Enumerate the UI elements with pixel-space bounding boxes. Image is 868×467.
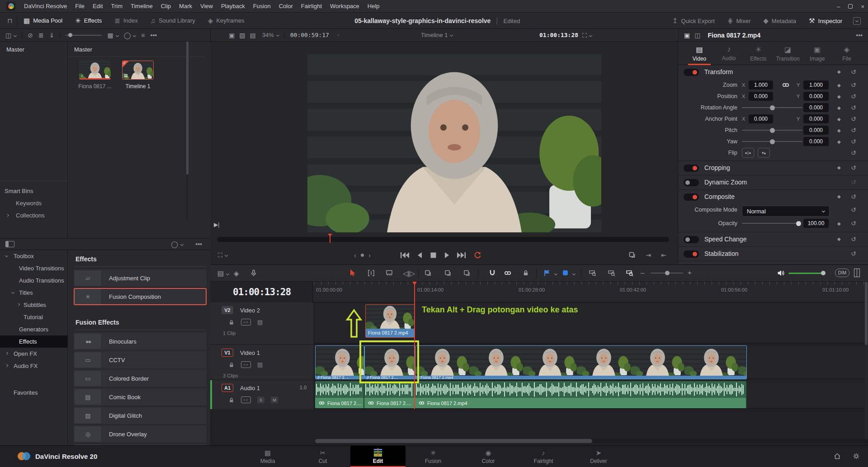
reset-icon[interactable]: ↺: [851, 127, 856, 134]
track-lock-icon[interactable]: [228, 362, 235, 368]
effect-item[interactable]: CCTV: [74, 351, 207, 368]
track-badge-destination[interactable]: V1: [222, 349, 233, 357]
opacity-slider[interactable]: [742, 223, 800, 224]
composite-toggle[interactable]: [684, 193, 699, 201]
menu-item[interactable]: Color: [275, 0, 297, 13]
audio-clip[interactable]: Fiona 0817 2....: [364, 381, 415, 408]
timeline-vertical-scrollbar[interactable]: [865, 282, 868, 439]
grid-view-icon[interactable]: ▦: [107, 32, 118, 38]
menu-item[interactable]: Playback: [217, 0, 249, 13]
panel-toggle-button[interactable]: Index: [108, 13, 144, 29]
keyframe-icon[interactable]: ◆: [837, 69, 841, 74]
composite-mode-select[interactable]: Normal: [742, 206, 830, 217]
effect-item[interactable]: Comic Book: [74, 388, 207, 406]
track-badge[interactable]: V2: [222, 306, 233, 314]
sort-icon[interactable]: ≡: [141, 32, 145, 38]
effects-tree-item[interactable]: Open FX: [0, 348, 67, 360]
replace-clip-icon[interactable]: [463, 269, 471, 277]
menu-item[interactable]: Mark: [175, 0, 196, 13]
detail-zoom-icon[interactable]: [608, 269, 615, 277]
reset-icon[interactable]: ↺: [851, 149, 856, 156]
opacity-input[interactable]: 100.00: [803, 219, 829, 228]
search-icon[interactable]: ◯: [124, 32, 136, 38]
y-value-input[interactable]: 0.000: [803, 114, 829, 123]
timeline-horizontal-scrollbar[interactable]: [315, 439, 868, 443]
inspector-options-icon[interactable]: [853, 17, 861, 25]
timeline-name-label[interactable]: Timeline 1: [118, 83, 158, 90]
effects-tree-item[interactable]: Favorites: [0, 387, 67, 399]
inspector-tab[interactable]: ✳ Effects: [745, 44, 771, 65]
value-input[interactable]: 0.000: [803, 126, 829, 135]
panel-toggle-button[interactable]: Media Pool: [17, 13, 69, 29]
zoom-preset-icon[interactable]: ▤: [250, 32, 255, 38]
effects-tree-item[interactable]: Effects: [0, 335, 67, 348]
clip-info-icon[interactable]: ▣: [684, 32, 690, 38]
smart-bin-collections[interactable]: Collections: [0, 209, 68, 222]
voiceover-mic-icon[interactable]: [250, 269, 257, 277]
reset-icon[interactable]: ↺: [851, 115, 856, 123]
effects-tree-item[interactable]: Generators: [0, 323, 67, 335]
section-toggle[interactable]: [684, 179, 699, 186]
effects-tree-item[interactable]: Audio Transitions: [0, 274, 67, 287]
project-manager-home-icon[interactable]: [834, 453, 841, 460]
keyframe-icon[interactable]: ◆: [837, 117, 841, 122]
flip-vertical-button[interactable]: ▾▴: [758, 148, 770, 158]
effect-item[interactable]: Fusion Composition: [74, 288, 207, 305]
page-tab[interactable]: Color: [461, 446, 516, 467]
parameter-slider[interactable]: [742, 141, 802, 142]
reset-icon[interactable]: ↺: [851, 93, 856, 100]
audio-clip[interactable]: Fiona 0817 2....: [315, 381, 364, 408]
inspector-tab[interactable]: ♪ Audio: [716, 44, 742, 65]
panel-toggle-button[interactable]: Effects: [69, 13, 108, 29]
overwrite-clip-icon[interactable]: [444, 269, 452, 277]
smart-bins-label[interactable]: Smart Bins: [0, 185, 68, 197]
fit-frame-icon[interactable]: ⛶: [582, 32, 592, 38]
timeline-thumbnail[interactable]: ✓ ▤: [122, 61, 154, 80]
zoom-in-icon[interactable]: +: [688, 269, 692, 276]
mute-button[interactable]: M: [271, 396, 278, 403]
inspector-scrollbar[interactable]: [186, 39, 189, 220]
section-toggle[interactable]: [684, 165, 699, 172]
step-back-button[interactable]: [417, 252, 423, 259]
resolve-logo-icon[interactable]: [16, 451, 32, 461]
reset-icon[interactable]: ↺: [851, 164, 856, 171]
loop-button[interactable]: [474, 251, 481, 259]
menu-item[interactable]: Workspace: [326, 0, 363, 13]
video-clip[interactable]: ∂ Fiona 0817 2.mp4: [415, 345, 747, 379]
menu-item[interactable]: View: [196, 0, 217, 13]
stacked-timelines-icon[interactable]: ◈: [234, 269, 239, 278]
linked-selection-icon[interactable]: [504, 269, 511, 277]
next-marker-icon[interactable]: ⇥: [646, 251, 651, 259]
razor-edit-mode-icon[interactable]: [386, 269, 393, 277]
resize-mode-icon[interactable]: ⛶: [218, 252, 227, 258]
keyframe-icon[interactable]: ◆: [837, 94, 841, 99]
track-header-a1[interactable]: A1 Audio 1 1.0 <> S M: [210, 380, 314, 409]
clip-name-label[interactable]: Fiona 0817 ...: [75, 83, 115, 90]
reset-icon[interactable]: ↺: [851, 138, 856, 145]
effects-tree-item[interactable]: Video Transitions: [0, 262, 67, 274]
page-tab[interactable]: Fusion: [406, 446, 461, 467]
track-lock-icon[interactable]: [228, 397, 235, 403]
menu-item[interactable]: Help: [363, 0, 384, 13]
menu-item[interactable]: Fairlight: [297, 0, 326, 13]
auto-select-icon[interactable]: <>: [241, 361, 251, 368]
effects-more-icon[interactable]: •••: [195, 241, 202, 247]
keyframe-icon[interactable]: ◆: [837, 105, 841, 110]
jog-control[interactable]: ‹›: [354, 251, 371, 259]
marker-icon[interactable]: [562, 269, 569, 276]
minimize-button[interactable]: –: [837, 3, 840, 10]
video2-clip-selected[interactable]: Fiona 0817 2.mp4: [365, 304, 415, 338]
dual-clip-icon[interactable]: ◫: [694, 32, 700, 38]
jump-to-edit-icon[interactable]: ▶|: [214, 222, 219, 228]
effect-item[interactable]: Adjustment Clip: [74, 269, 207, 287]
reset-icon[interactable]: ↺: [851, 68, 856, 75]
keyframe-icon[interactable]: ◆: [837, 139, 841, 144]
more-options-icon[interactable]: •••: [151, 32, 157, 38]
close-button[interactable]: ×: [861, 3, 864, 10]
insert-clip-icon[interactable]: [425, 269, 432, 277]
value-input[interactable]: 0.000: [803, 137, 829, 146]
toolbar-button[interactable]: Quick Export: [666, 13, 721, 29]
track-badge-destination[interactable]: A1: [222, 384, 233, 392]
transform-toggle[interactable]: [684, 69, 699, 76]
keyframe-icon[interactable]: ◆: [837, 221, 841, 226]
